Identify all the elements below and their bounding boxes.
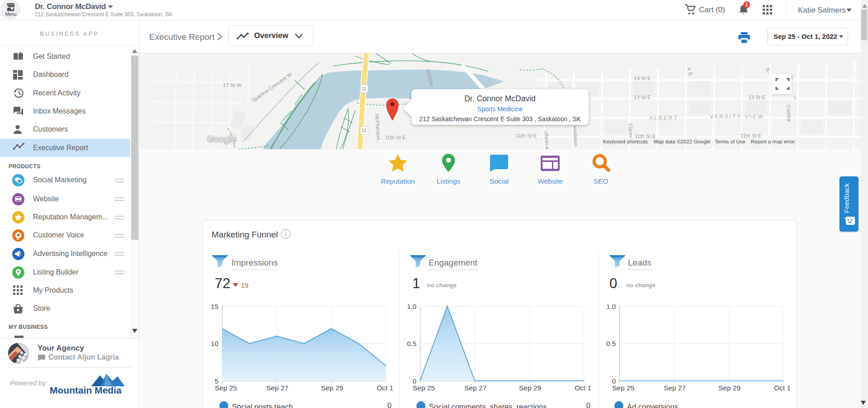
svg-text:Sep 27: Sep 27 bbox=[266, 384, 288, 392]
svg-text:212 Saskatchewan Crescent E Su: 212 Saskatchewan Crescent E Suite 303 , … bbox=[419, 116, 581, 123]
svg-text:ALBERT: ALBERT bbox=[649, 115, 678, 121]
svg-text:Sep 25: Sep 25 bbox=[413, 384, 435, 392]
svg-text:11th St E: 11th St E bbox=[516, 133, 537, 138]
svg-text:L: L bbox=[794, 94, 797, 100]
svg-text:Sep 27: Sep 27 bbox=[664, 384, 686, 392]
svg-text:0.5: 0.5 bbox=[407, 340, 416, 347]
svg-text:ufferin A: ufferin A bbox=[543, 131, 549, 149]
svg-text:13 St E: 13 St E bbox=[634, 95, 651, 100]
svg-text:11: 11 bbox=[362, 86, 367, 91]
svg-text:15: 15 bbox=[211, 303, 218, 310]
svg-text:Sports Medicine: Sports Medicine bbox=[477, 105, 523, 113]
svg-text:Sep 29: Sep 29 bbox=[519, 384, 541, 392]
svg-text:Sep 25: Sep 25 bbox=[612, 384, 634, 392]
svg-text:11: 11 bbox=[362, 128, 367, 133]
svg-text:Google: Google bbox=[208, 135, 236, 144]
svg-text:14 St E: 14 St E bbox=[634, 76, 651, 81]
svg-text:13 St E: 13 St E bbox=[748, 95, 765, 100]
svg-text:11th St E: 11th St E bbox=[741, 133, 762, 138]
svg-text:Keyboard shortcuts: Keyboard shortcuts bbox=[603, 139, 648, 144]
svg-text:Terms of Use: Terms of Use bbox=[715, 139, 745, 144]
svg-text:Sep 29: Sep 29 bbox=[718, 384, 741, 392]
svg-text:Report a map error: Report a map error bbox=[751, 139, 795, 144]
svg-text:VARSITY VIEW: VARSITY VIEW bbox=[710, 114, 764, 120]
svg-text:Oct 1: Oct 1 bbox=[774, 384, 790, 392]
svg-text:Mountain Media: Mountain Media bbox=[50, 385, 122, 395]
svg-text:Sep 25: Sep 25 bbox=[215, 384, 237, 392]
svg-text:ansdown: ansdown bbox=[572, 125, 579, 146]
svg-text:10: 10 bbox=[211, 340, 218, 347]
svg-text:Oct 1: Oct 1 bbox=[575, 384, 591, 392]
svg-text:Dr. Connor McDavid: Dr. Connor McDavid bbox=[464, 94, 536, 103]
svg-text:11th St E: 11th St E bbox=[385, 135, 406, 140]
svg-text:Sep 29: Sep 29 bbox=[321, 384, 343, 392]
svg-text:Claren: Claren bbox=[627, 123, 633, 139]
svg-text:Sep 27: Sep 27 bbox=[464, 384, 486, 392]
svg-text:17 St W: 17 St W bbox=[223, 82, 241, 88]
svg-text:Cumba: Cumba bbox=[786, 104, 792, 122]
svg-text:0.5: 0.5 bbox=[606, 340, 616, 347]
svg-text:1.0: 1.0 bbox=[407, 303, 416, 310]
svg-text:Map data ©2022 Google: Map data ©2022 Google bbox=[654, 139, 710, 144]
svg-text:1.0: 1.0 bbox=[606, 303, 616, 310]
svg-text:Oct 1: Oct 1 bbox=[377, 384, 393, 392]
